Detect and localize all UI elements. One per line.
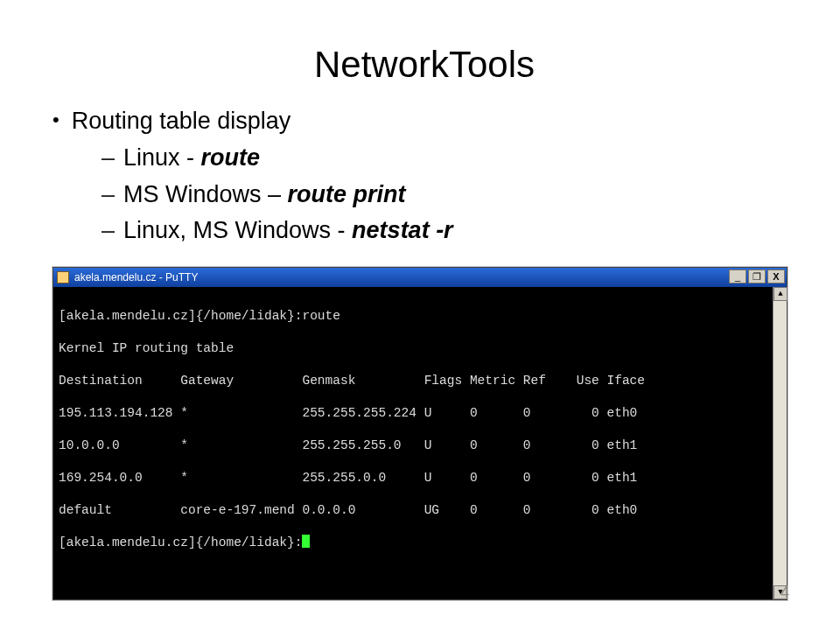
sub-bullet-prefix: Linux, MS Windows - bbox=[123, 217, 352, 243]
sub-bullet-netstat-r: – Linux, MS Windows - netstat -r bbox=[102, 214, 796, 248]
scrollbar[interactable]: ▲ ▼ bbox=[773, 287, 787, 599]
terminal-line-header: Kernel IP routing table bbox=[59, 340, 767, 357]
terminal-line-route: 169.254.0.0 * 255.255.0.0 U 0 0 0 eth1 bbox=[59, 470, 767, 486]
command-text: route bbox=[201, 144, 261, 171]
sub-bullet-text: Linux, MS Windows - netstat -r bbox=[123, 214, 453, 248]
sub-bullet-windows-route-print: – MS Windows – route print bbox=[102, 178, 796, 212]
terminal-line-columns: Destination Gateway Genmask Flags Metric… bbox=[59, 373, 767, 389]
dash-icon: – bbox=[102, 214, 115, 248]
dash-icon: – bbox=[102, 142, 115, 175]
maximize-button[interactable]: ❐ bbox=[748, 270, 766, 284]
close-button[interactable]: X bbox=[767, 270, 785, 284]
terminal-cursor-icon bbox=[302, 535, 310, 548]
putty-app-icon bbox=[57, 271, 69, 284]
terminal-line-route: 195.113.194.128 * 255.255.255.224 U 0 0 … bbox=[59, 405, 767, 422]
scroll-up-button[interactable]: ▲ bbox=[774, 287, 788, 301]
putty-body: [akela.mendelu.cz]{/home/lidak}:route Ke… bbox=[53, 287, 787, 599]
sub-bullet-prefix: Linux - bbox=[123, 144, 201, 171]
terminal-line-route: 10.0.0.0 * 255.255.255.0 U 0 0 0 eth1 bbox=[59, 438, 767, 454]
putty-title-text: akela.mendelu.cz - PuTTY bbox=[74, 271, 198, 284]
terminal-line-prompt: [akela.mendelu.cz]{/home/lidak}:route bbox=[59, 308, 767, 325]
minimize-button[interactable]: _ bbox=[729, 270, 746, 284]
scrollbar-track[interactable] bbox=[774, 301, 787, 585]
sub-bullet-linux-route: – Linux - route bbox=[102, 142, 796, 175]
command-text: route print bbox=[288, 181, 406, 207]
window-buttons: _ ❐ X bbox=[729, 270, 785, 284]
command-text: netstat -r bbox=[352, 217, 453, 243]
page-number: 4 bbox=[780, 584, 789, 602]
putty-window: akela.mendelu.cz - PuTTY _ ❐ X [akela.me… bbox=[52, 267, 788, 600]
sub-bullet-prefix: MS Windows – bbox=[123, 181, 288, 207]
slide: NetworkTools • Routing table display – L… bbox=[0, 0, 840, 630]
bullet-routing-table: • Routing table display bbox=[52, 105, 796, 138]
sub-bullet-text: MS Windows – route print bbox=[123, 178, 406, 212]
slide-title: NetworkTools bbox=[52, 44, 796, 86]
dash-icon: – bbox=[102, 178, 115, 212]
terminal-output[interactable]: [akela.mendelu.cz]{/home/lidak}:route Ke… bbox=[53, 287, 773, 599]
putty-titlebar[interactable]: akela.mendelu.cz - PuTTY _ ❐ X bbox=[53, 268, 787, 287]
bullet-dot-icon: • bbox=[52, 107, 60, 134]
terminal-line-prompt-cursor: [akela.mendelu.cz]{/home/lidak}: bbox=[59, 535, 767, 551]
bullet-list: • Routing table display – Linux - route … bbox=[52, 105, 796, 248]
sub-bullet-text: Linux - route bbox=[123, 142, 260, 175]
bullet-text: Routing table display bbox=[72, 105, 291, 138]
terminal-line-route: default core-e-197.mend 0.0.0.0 UG 0 0 0… bbox=[59, 502, 767, 519]
sub-bullet-list: – Linux - route – MS Windows – route pri… bbox=[102, 142, 796, 248]
terminal-prompt-text: [akela.mendelu.cz]{/home/lidak}: bbox=[59, 536, 302, 550]
